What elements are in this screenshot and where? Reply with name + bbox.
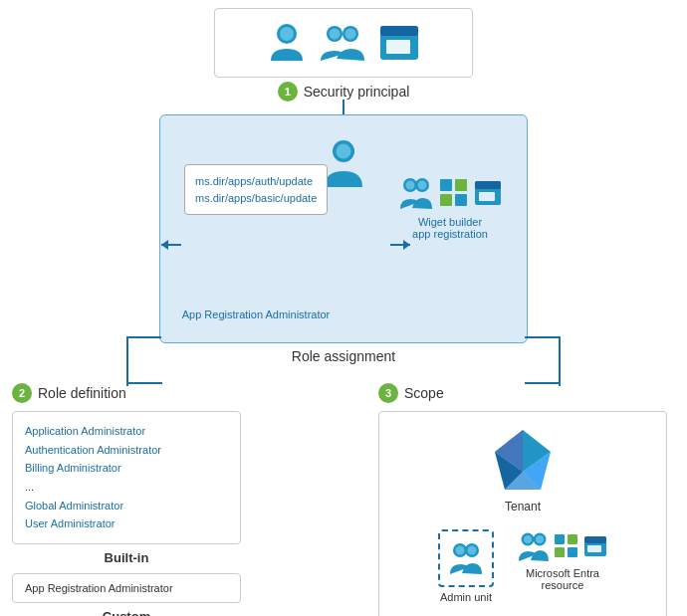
app-icon xyxy=(378,24,420,62)
widget-builder-area: Wiget builderapp registration xyxy=(398,174,502,240)
admin-unit-box xyxy=(438,529,494,587)
diagram-container: 1 Security principal ms.dir/apps/auth/up… xyxy=(0,0,687,616)
svg-rect-7 xyxy=(380,26,418,36)
app-reg-admin-label: App Registration Administrator xyxy=(171,308,341,320)
circle-3: 3 xyxy=(378,383,398,403)
built-in-label: Built-in xyxy=(12,550,241,565)
user-icon xyxy=(267,21,307,65)
svg-point-1 xyxy=(280,27,294,41)
svg-rect-37 xyxy=(568,534,577,544)
svg-rect-42 xyxy=(587,545,601,552)
svg-point-3 xyxy=(330,29,341,40)
widget-builder-label: Wiget builderapp registration xyxy=(398,216,502,240)
ms-entra-label: Microsoft Entra resource xyxy=(526,567,599,591)
circle-2: 2 xyxy=(12,383,32,403)
custom-label: Custom xyxy=(12,609,241,616)
svg-rect-38 xyxy=(555,547,565,557)
admin-unit-icon xyxy=(448,539,484,577)
ms-entra-item: Microsoft Entra resource xyxy=(518,529,607,603)
svg-point-33 xyxy=(524,535,532,543)
widget-group-icon xyxy=(398,174,434,212)
connector-h-right xyxy=(525,336,560,338)
widget-grid-icon xyxy=(440,179,468,207)
tenant-diamond-icon xyxy=(493,428,553,494)
entra-grid-icon xyxy=(555,534,578,558)
svg-rect-36 xyxy=(555,534,565,544)
app-reg-permission-box: ms.dir/apps/auth/update ms.dir/apps/basi… xyxy=(184,164,328,215)
svg-point-35 xyxy=(536,535,544,543)
connector-v-right xyxy=(559,336,561,386)
permission-line-1: ms.dir/apps/auth/update xyxy=(195,173,317,190)
role-definition-section: 2 Role definition Application Administra… xyxy=(12,383,241,616)
admin-unit-item: Admin unit xyxy=(438,529,494,603)
scope-inner-box: Tenant Admin unit xyxy=(378,411,667,616)
svg-rect-8 xyxy=(386,40,410,54)
entra-group-icon xyxy=(518,529,550,563)
widget-window-icon xyxy=(474,180,502,206)
security-principal-box xyxy=(214,8,473,78)
scope-section: 3 Scope Tenant xyxy=(378,383,667,616)
svg-point-14 xyxy=(418,181,427,190)
arrow-left-to-appreg xyxy=(161,244,181,246)
built-in-roles-box: Application Administrator Authentication… xyxy=(12,411,241,544)
ms-entra-icons xyxy=(518,529,607,563)
permission-line-2: ms.dir/apps/basic/update xyxy=(195,190,317,207)
entra-window-icon xyxy=(583,535,607,557)
svg-rect-15 xyxy=(440,179,452,191)
scope-header: 3 Scope xyxy=(378,383,667,403)
admin-unit-label: Admin unit xyxy=(440,591,492,603)
svg-rect-18 xyxy=(455,194,467,206)
svg-point-29 xyxy=(456,546,465,555)
custom-role-box: App Registration Administrator xyxy=(12,573,241,603)
scope-bottom-row: Admin unit xyxy=(438,529,607,603)
svg-point-12 xyxy=(406,181,415,190)
security-principal-label: 1 Security principal xyxy=(214,82,473,102)
role-billing-admin: Billing Administrator xyxy=(25,459,228,478)
role-global-admin: Global Administrator xyxy=(25,497,228,515)
tenant-label: Tenant xyxy=(505,500,541,513)
role-app-admin: Application Administrator xyxy=(25,422,228,441)
connector-v-left xyxy=(126,336,128,386)
svg-point-10 xyxy=(337,144,351,159)
connector-h-left xyxy=(126,336,161,338)
role-assignment-label: Role assignment xyxy=(159,348,528,364)
svg-rect-39 xyxy=(568,547,577,557)
role-ellipsis: ... xyxy=(25,478,228,497)
circle-1: 1 xyxy=(278,82,298,102)
role-definition-header: 2 Role definition xyxy=(12,383,241,403)
role-auth-admin: Authentication Administrator xyxy=(25,441,228,460)
svg-rect-16 xyxy=(455,179,467,191)
svg-point-5 xyxy=(345,29,356,40)
arrow-right-from-widget xyxy=(390,244,410,246)
role-user-admin: User Administrator xyxy=(25,514,228,533)
svg-rect-20 xyxy=(475,181,501,189)
svg-rect-41 xyxy=(584,536,606,543)
svg-point-31 xyxy=(468,546,477,555)
group-icon xyxy=(319,21,366,65)
svg-rect-17 xyxy=(440,194,452,206)
svg-rect-21 xyxy=(479,192,495,201)
